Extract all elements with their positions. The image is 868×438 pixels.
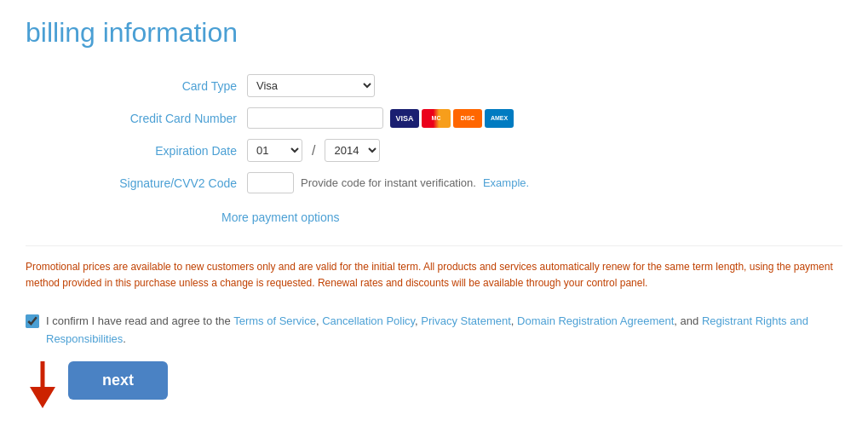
expiration-label: Expiration Date bbox=[51, 144, 247, 158]
discover-icon: DISC bbox=[453, 109, 482, 128]
card-icons: VISA MC DISC AMEX bbox=[390, 109, 514, 128]
divider bbox=[26, 245, 842, 246]
svg-marker-1 bbox=[30, 387, 55, 408]
cvv-input[interactable] bbox=[247, 172, 294, 193]
cvv-label: Signature/CVV2 Code bbox=[51, 176, 247, 190]
card-type-label: Card Type bbox=[51, 79, 247, 93]
privacy-link[interactable]: Privacy Statement bbox=[421, 314, 511, 327]
page-title: billing information bbox=[26, 17, 842, 49]
exp-separator: / bbox=[312, 143, 315, 158]
cancellation-link[interactable]: Cancellation Policy bbox=[322, 314, 415, 327]
amex-icon: AMEX bbox=[485, 109, 514, 128]
checkbox-area: I confirm I have read and agree to the T… bbox=[26, 313, 842, 349]
promo-text: Promotional prices are available to new … bbox=[26, 259, 842, 291]
visa-icon: VISA bbox=[390, 109, 419, 128]
billing-form: Card Type Visa MasterCard Discover Ameri… bbox=[51, 74, 842, 193]
confirm-text: I confirm I have read and agree to the T… bbox=[46, 313, 842, 349]
cc-number-control: VISA MC DISC AMEX bbox=[247, 107, 514, 129]
cc-number-label: Credit Card Number bbox=[51, 112, 247, 125]
terms-link[interactable]: Terms of Service bbox=[233, 314, 316, 327]
domain-reg-link[interactable]: Domain Registration Agreement bbox=[517, 314, 674, 327]
more-options-section: More payment options bbox=[221, 210, 842, 224]
confirm-wrapper: I confirm I have read and agree to the T… bbox=[26, 313, 842, 349]
expiration-row: Expiration Date 01020304 05060708 091011… bbox=[51, 139, 842, 162]
cvv-example-link[interactable]: Example. bbox=[483, 176, 529, 189]
cc-number-input[interactable] bbox=[247, 107, 383, 129]
cc-number-row: Credit Card Number VISA MC DISC AMEX bbox=[51, 107, 842, 129]
red-arrow-icon bbox=[26, 361, 60, 408]
exp-year-select[interactable]: 2014201520162017 2018201920202021 202220… bbox=[325, 139, 380, 162]
expiration-control: 01020304 05060708 09101112 / 20142015201… bbox=[247, 139, 380, 162]
card-type-control: Visa MasterCard Discover American Expres… bbox=[247, 74, 375, 97]
card-type-select[interactable]: Visa MasterCard Discover American Expres… bbox=[247, 74, 375, 97]
next-button[interactable]: next bbox=[68, 361, 168, 400]
card-type-row: Card Type Visa MasterCard Discover Ameri… bbox=[51, 74, 842, 97]
cvv-control: Provide code for instant verification. E… bbox=[247, 172, 529, 193]
cvv-hint-text: Provide code for instant verification. bbox=[301, 176, 476, 189]
confirm-checkbox[interactable] bbox=[26, 314, 39, 328]
arrow-area bbox=[26, 361, 60, 408]
more-options-link[interactable]: More payment options bbox=[221, 210, 340, 224]
exp-month-select[interactable]: 01020304 05060708 09101112 bbox=[247, 139, 302, 162]
cvv-row: Signature/CVV2 Code Provide code for ins… bbox=[51, 172, 842, 193]
mastercard-icon: MC bbox=[422, 109, 451, 128]
next-section: next bbox=[26, 361, 842, 408]
